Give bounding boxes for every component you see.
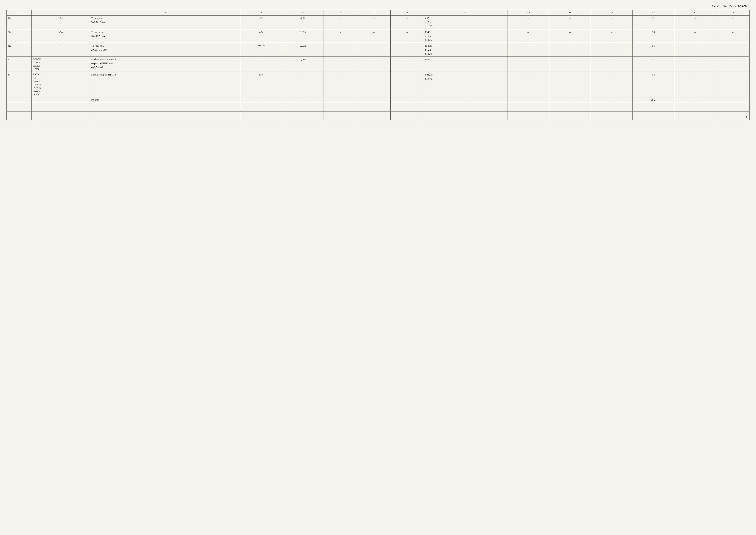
row-col5: 0,02– [282, 29, 324, 43]
row-col14: – [674, 29, 716, 43]
totals-blank-2 [32, 97, 90, 103]
row-col6: – [324, 72, 357, 97]
totals-col12: – [591, 97, 633, 103]
row-col8: – [391, 15, 424, 29]
row-num: 33. [7, 72, 32, 97]
row-col8: – [391, 29, 424, 43]
sheet-label: Ал. VI [712, 4, 719, 8]
row-col6: – [324, 29, 357, 43]
table-row: 3I. –"– То же, сеч. 3Х95+35 мм² I000 М 0… [7, 43, 749, 57]
row-col15: – [716, 43, 749, 57]
row-col4: –"– [240, 15, 282, 29]
row-col14: – [674, 56, 716, 72]
row-desc: То же, сеч. 3х70+25 мм² [90, 29, 240, 43]
row-col4: –"– [240, 29, 282, 43]
table-row: 32. ССРСЦ часть 5 стр.109 п.2280 Кабель … [7, 56, 749, 72]
row-col4: I000 М [240, 43, 282, 57]
col-header-12: I2 [591, 10, 633, 15]
row-col10: – [507, 15, 549, 29]
row-col15: – [716, 29, 749, 43]
col-header-8: 8 [391, 10, 424, 15]
row-ref: –"– [32, 43, 90, 57]
row-col15: – [716, 15, 749, 29]
row-desc: Кабель контрольный марки АКВВГ сеч. 4х2,… [90, 56, 240, 72]
row-col7: – [357, 43, 391, 57]
row-col7: – [357, 72, 391, 97]
totals-label: Итого: [90, 97, 240, 103]
row-col9: I640х хI,2х хI,I26 [424, 43, 507, 57]
totals-col11: – [549, 97, 591, 103]
row-ref: –"– [32, 15, 90, 29]
row-col7: – [357, 56, 391, 72]
col-header-4: 4 [240, 10, 282, 15]
row-col5: I [282, 72, 324, 97]
row-col15: – [716, 56, 749, 72]
row-col14: – [674, 15, 716, 29]
row-ref: ССРСЦ часть 5 стр.109 п.2280 [32, 56, 90, 72]
row-num: 29. [7, 15, 32, 29]
row-col14: – [674, 72, 716, 97]
row-num: 3I. [7, 43, 32, 57]
totals-blank-1 [7, 97, 32, 103]
row-col11: – [549, 56, 591, 72]
totals-col15: – [716, 97, 749, 103]
row-col14: – [674, 43, 716, 57]
row-col11: – [549, 72, 591, 97]
row-desc: Питок сварки Щ-736 [90, 72, 240, 97]
row-col10: – [507, 43, 549, 57]
row-col11: – [549, 43, 591, 57]
table-row: 33. 29-03- -19 часть II п.6-2.42 ССРСЦ ч… [7, 72, 749, 97]
empty-row [7, 103, 749, 111]
totals-col9: – [424, 97, 507, 103]
totals-blank-4: – [240, 97, 282, 103]
col-header-6: 6 [324, 10, 357, 15]
col-header-3: 3 [90, 10, 240, 15]
row-col5: 0,01 [282, 15, 324, 29]
row-num: 32. [7, 56, 32, 72]
row-col12: – [591, 29, 633, 43]
col-header-10: IO [507, 10, 549, 15]
col-header-2: 2 [32, 10, 90, 15]
col-header-7: 7 [357, 10, 391, 15]
totals-col14: – [674, 97, 716, 103]
totals-row: Итого: – – – – – – – – – 272 – – [7, 97, 749, 103]
column-headers: I 2 3 4 5 6 7 8 9 IO II I2 I3 I4 I5 [7, 10, 749, 15]
row-col5: 0,025 [282, 43, 324, 57]
row-col9: I95 [424, 56, 507, 72]
row-col12: – [591, 56, 633, 72]
row-col9: 605х хI,2х хI₄I26 [424, 15, 507, 29]
row-col5: 0,065 [282, 56, 324, 72]
row-num: 30. [7, 29, 32, 43]
row-col13: 8 [633, 15, 674, 29]
document-header: Ал. VI №10279 ТН-VI-97 [7, 4, 749, 8]
row-col15: – [716, 72, 749, 97]
row-ref: –"– [32, 29, 90, 43]
row-col7: – [357, 15, 391, 29]
row-col8: – [391, 72, 424, 97]
col-header-9: 9 [424, 10, 507, 15]
page-footer-num: 35 [745, 115, 748, 119]
col-header-13: I3 [633, 10, 674, 15]
row-col8: – [391, 56, 424, 72]
row-col13: 36 [633, 29, 674, 43]
col-header-11: II [549, 10, 591, 15]
row-col4: –"– [240, 56, 282, 72]
row-col10: – [507, 29, 549, 43]
row-col12: – [591, 43, 633, 57]
row-col6: – [324, 56, 357, 72]
row-col13: 55 [633, 43, 674, 57]
totals-blank-5: – [282, 97, 324, 103]
row-col8: – [391, 43, 424, 57]
doc-number: №10279 ТН-VI-97 [723, 4, 747, 8]
row-col10: – [507, 72, 549, 97]
totals-col7: – [357, 97, 391, 103]
row-desc: То же, сеч. 3х25+10 мм² [90, 15, 240, 29]
empty-row-2: 35 [7, 111, 749, 120]
row-col12: – [591, 72, 633, 97]
row-col13: 33 [633, 72, 674, 97]
col-header-5: 5 [282, 10, 324, 15]
row-col6: – [324, 15, 357, 29]
row-col10: – [507, 56, 549, 72]
row-col6: – [324, 43, 357, 57]
table-row: 29. –"– То же, сеч. 3х25+10 мм² –"– 0,01… [7, 15, 749, 29]
